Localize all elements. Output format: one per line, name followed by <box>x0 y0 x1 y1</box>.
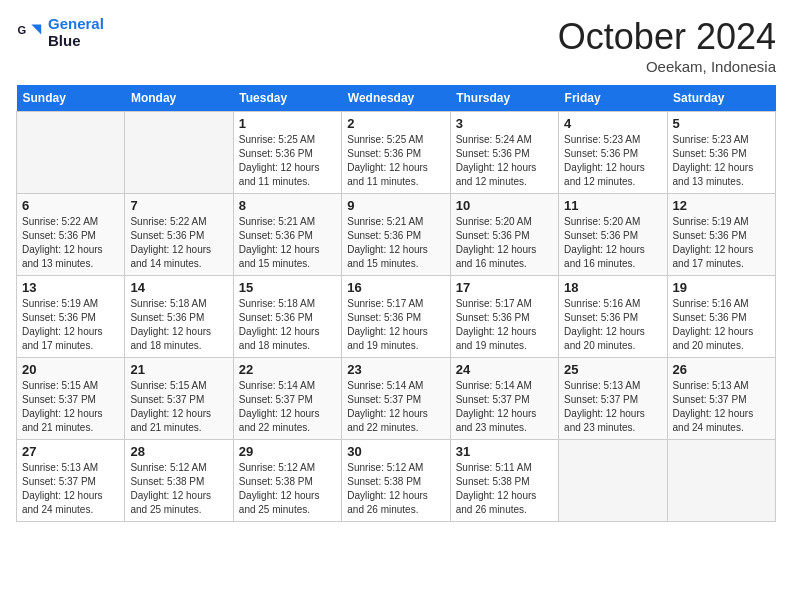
calendar-cell: 23Sunrise: 5:14 AM Sunset: 5:37 PM Dayli… <box>342 358 450 440</box>
day-number: 1 <box>239 116 336 131</box>
calendar-cell: 24Sunrise: 5:14 AM Sunset: 5:37 PM Dayli… <box>450 358 558 440</box>
calendar-cell: 13Sunrise: 5:19 AM Sunset: 5:36 PM Dayli… <box>17 276 125 358</box>
calendar-cell: 22Sunrise: 5:14 AM Sunset: 5:37 PM Dayli… <box>233 358 341 440</box>
day-number: 27 <box>22 444 119 459</box>
day-number: 22 <box>239 362 336 377</box>
day-info: Sunrise: 5:11 AM Sunset: 5:38 PM Dayligh… <box>456 461 553 517</box>
calendar-cell: 14Sunrise: 5:18 AM Sunset: 5:36 PM Dayli… <box>125 276 233 358</box>
calendar-cell <box>559 440 667 522</box>
day-number: 29 <box>239 444 336 459</box>
calendar-cell <box>667 440 775 522</box>
calendar-cell: 3Sunrise: 5:24 AM Sunset: 5:36 PM Daylig… <box>450 112 558 194</box>
day-number: 11 <box>564 198 661 213</box>
day-number: 8 <box>239 198 336 213</box>
day-info: Sunrise: 5:14 AM Sunset: 5:37 PM Dayligh… <box>347 379 444 435</box>
calendar-cell: 4Sunrise: 5:23 AM Sunset: 5:36 PM Daylig… <box>559 112 667 194</box>
logo-subtext: Blue <box>48 33 104 50</box>
day-info: Sunrise: 5:14 AM Sunset: 5:37 PM Dayligh… <box>456 379 553 435</box>
day-info: Sunrise: 5:15 AM Sunset: 5:37 PM Dayligh… <box>22 379 119 435</box>
calendar-cell: 20Sunrise: 5:15 AM Sunset: 5:37 PM Dayli… <box>17 358 125 440</box>
day-number: 31 <box>456 444 553 459</box>
day-info: Sunrise: 5:21 AM Sunset: 5:36 PM Dayligh… <box>239 215 336 271</box>
day-info: Sunrise: 5:12 AM Sunset: 5:38 PM Dayligh… <box>347 461 444 517</box>
calendar-cell: 26Sunrise: 5:13 AM Sunset: 5:37 PM Dayli… <box>667 358 775 440</box>
calendar-cell: 7Sunrise: 5:22 AM Sunset: 5:36 PM Daylig… <box>125 194 233 276</box>
day-info: Sunrise: 5:23 AM Sunset: 5:36 PM Dayligh… <box>673 133 770 189</box>
location: Oeekam, Indonesia <box>558 58 776 75</box>
calendar-cell: 25Sunrise: 5:13 AM Sunset: 5:37 PM Dayli… <box>559 358 667 440</box>
logo-icon: G <box>16 19 44 47</box>
day-info: Sunrise: 5:13 AM Sunset: 5:37 PM Dayligh… <box>22 461 119 517</box>
day-info: Sunrise: 5:13 AM Sunset: 5:37 PM Dayligh… <box>564 379 661 435</box>
day-info: Sunrise: 5:12 AM Sunset: 5:38 PM Dayligh… <box>130 461 227 517</box>
calendar-cell: 29Sunrise: 5:12 AM Sunset: 5:38 PM Dayli… <box>233 440 341 522</box>
day-number: 24 <box>456 362 553 377</box>
day-info: Sunrise: 5:19 AM Sunset: 5:36 PM Dayligh… <box>22 297 119 353</box>
weekday-header: Friday <box>559 85 667 112</box>
calendar-cell: 9Sunrise: 5:21 AM Sunset: 5:36 PM Daylig… <box>342 194 450 276</box>
title-block: October 2024 Oeekam, Indonesia <box>558 16 776 75</box>
calendar-table: SundayMondayTuesdayWednesdayThursdayFrid… <box>16 85 776 522</box>
month-title: October 2024 <box>558 16 776 58</box>
day-info: Sunrise: 5:20 AM Sunset: 5:36 PM Dayligh… <box>456 215 553 271</box>
day-number: 17 <box>456 280 553 295</box>
calendar-cell: 8Sunrise: 5:21 AM Sunset: 5:36 PM Daylig… <box>233 194 341 276</box>
calendar-cell: 1Sunrise: 5:25 AM Sunset: 5:36 PM Daylig… <box>233 112 341 194</box>
day-info: Sunrise: 5:18 AM Sunset: 5:36 PM Dayligh… <box>130 297 227 353</box>
calendar-cell: 27Sunrise: 5:13 AM Sunset: 5:37 PM Dayli… <box>17 440 125 522</box>
day-info: Sunrise: 5:12 AM Sunset: 5:38 PM Dayligh… <box>239 461 336 517</box>
weekday-header: Sunday <box>17 85 125 112</box>
day-number: 15 <box>239 280 336 295</box>
day-info: Sunrise: 5:14 AM Sunset: 5:37 PM Dayligh… <box>239 379 336 435</box>
calendar-cell: 17Sunrise: 5:17 AM Sunset: 5:36 PM Dayli… <box>450 276 558 358</box>
calendar-cell: 5Sunrise: 5:23 AM Sunset: 5:36 PM Daylig… <box>667 112 775 194</box>
weekday-header: Tuesday <box>233 85 341 112</box>
calendar-cell: 15Sunrise: 5:18 AM Sunset: 5:36 PM Dayli… <box>233 276 341 358</box>
day-number: 16 <box>347 280 444 295</box>
weekday-header: Thursday <box>450 85 558 112</box>
calendar-cell: 30Sunrise: 5:12 AM Sunset: 5:38 PM Dayli… <box>342 440 450 522</box>
day-number: 7 <box>130 198 227 213</box>
day-number: 14 <box>130 280 227 295</box>
day-info: Sunrise: 5:22 AM Sunset: 5:36 PM Dayligh… <box>130 215 227 271</box>
calendar-cell <box>125 112 233 194</box>
day-number: 9 <box>347 198 444 213</box>
svg-marker-1 <box>31 24 41 34</box>
day-info: Sunrise: 5:22 AM Sunset: 5:36 PM Dayligh… <box>22 215 119 271</box>
day-number: 3 <box>456 116 553 131</box>
day-number: 20 <box>22 362 119 377</box>
day-number: 18 <box>564 280 661 295</box>
day-info: Sunrise: 5:17 AM Sunset: 5:36 PM Dayligh… <box>347 297 444 353</box>
calendar-cell: 31Sunrise: 5:11 AM Sunset: 5:38 PM Dayli… <box>450 440 558 522</box>
calendar-cell: 16Sunrise: 5:17 AM Sunset: 5:36 PM Dayli… <box>342 276 450 358</box>
day-number: 6 <box>22 198 119 213</box>
weekday-header: Wednesday <box>342 85 450 112</box>
day-number: 23 <box>347 362 444 377</box>
day-info: Sunrise: 5:13 AM Sunset: 5:37 PM Dayligh… <box>673 379 770 435</box>
day-number: 5 <box>673 116 770 131</box>
day-info: Sunrise: 5:23 AM Sunset: 5:36 PM Dayligh… <box>564 133 661 189</box>
calendar-cell: 18Sunrise: 5:16 AM Sunset: 5:36 PM Dayli… <box>559 276 667 358</box>
day-info: Sunrise: 5:20 AM Sunset: 5:36 PM Dayligh… <box>564 215 661 271</box>
day-number: 4 <box>564 116 661 131</box>
logo: G General Blue <box>16 16 104 49</box>
calendar-cell: 19Sunrise: 5:16 AM Sunset: 5:36 PM Dayli… <box>667 276 775 358</box>
calendar-cell: 10Sunrise: 5:20 AM Sunset: 5:36 PM Dayli… <box>450 194 558 276</box>
day-info: Sunrise: 5:24 AM Sunset: 5:36 PM Dayligh… <box>456 133 553 189</box>
day-number: 10 <box>456 198 553 213</box>
day-info: Sunrise: 5:16 AM Sunset: 5:36 PM Dayligh… <box>564 297 661 353</box>
calendar-cell: 28Sunrise: 5:12 AM Sunset: 5:38 PM Dayli… <box>125 440 233 522</box>
weekday-header: Monday <box>125 85 233 112</box>
svg-text:G: G <box>17 24 26 36</box>
day-info: Sunrise: 5:16 AM Sunset: 5:36 PM Dayligh… <box>673 297 770 353</box>
day-number: 21 <box>130 362 227 377</box>
calendar-cell: 2Sunrise: 5:25 AM Sunset: 5:36 PM Daylig… <box>342 112 450 194</box>
day-info: Sunrise: 5:17 AM Sunset: 5:36 PM Dayligh… <box>456 297 553 353</box>
day-number: 25 <box>564 362 661 377</box>
page-header: G General Blue October 2024 Oeekam, Indo… <box>16 16 776 75</box>
day-number: 12 <box>673 198 770 213</box>
day-info: Sunrise: 5:25 AM Sunset: 5:36 PM Dayligh… <box>239 133 336 189</box>
day-info: Sunrise: 5:15 AM Sunset: 5:37 PM Dayligh… <box>130 379 227 435</box>
calendar-cell: 6Sunrise: 5:22 AM Sunset: 5:36 PM Daylig… <box>17 194 125 276</box>
day-info: Sunrise: 5:25 AM Sunset: 5:36 PM Dayligh… <box>347 133 444 189</box>
